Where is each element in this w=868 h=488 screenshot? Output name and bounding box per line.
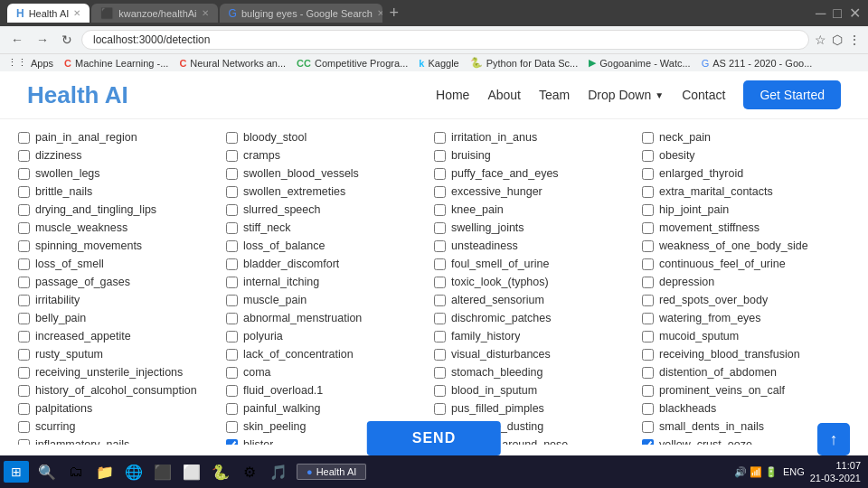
checkbox-altered_sensorium[interactable] (434, 295, 446, 306)
nav-home[interactable]: Home (436, 88, 469, 102)
checkbox-dischromic_patches[interactable] (434, 313, 446, 324)
checkbox-inflammatory_nails[interactable] (18, 439, 30, 446)
checkbox-coma[interactable] (226, 367, 238, 379)
nav-team[interactable]: Team (539, 88, 570, 102)
forward-button[interactable]: → (33, 31, 52, 49)
checkbox-prominent_veins_on_calf[interactable] (642, 385, 654, 397)
checkbox-swollen_extremeties[interactable] (226, 186, 238, 198)
checkbox-loss_of_balance[interactable] (226, 240, 238, 252)
checkbox-fluid_overload1[interactable] (226, 385, 238, 397)
checkbox-blackheads[interactable] (642, 403, 654, 415)
checkbox-increased_appetite[interactable] (18, 331, 30, 343)
tab-close-health-ai[interactable]: ✕ (73, 8, 80, 18)
new-tab-button[interactable]: + (384, 4, 405, 23)
checkbox-stiff_neck[interactable] (226, 222, 238, 234)
checkbox-receiving_unsterile_injections[interactable] (18, 367, 30, 379)
checkbox-movement_stiffness[interactable] (642, 222, 654, 234)
bookmark-as211[interactable]: G AS 211 - 2020 - Goo... (702, 57, 813, 69)
maximize-button[interactable]: □ (833, 5, 842, 22)
checkbox-foul_smell_of_urine[interactable] (434, 258, 446, 270)
checkbox-polyuria[interactable] (226, 331, 238, 343)
nav-dropdown[interactable]: Drop Down ▼ (588, 88, 664, 102)
checkbox-cramps[interactable] (226, 150, 238, 162)
checkbox-brittle_nails[interactable] (18, 186, 30, 198)
checkbox-history_of_alcohol_consumption[interactable] (18, 385, 30, 397)
checkbox-hip_joint_pain[interactable] (642, 204, 654, 216)
back-button[interactable]: ← (7, 31, 27, 49)
checkbox-loss_of_smell[interactable] (18, 258, 30, 270)
close-button[interactable]: ✕ (849, 5, 861, 22)
checkbox-painful_walking[interactable] (226, 403, 238, 415)
checkbox-passage_of_gases[interactable] (18, 277, 30, 288)
checkbox-knee_pain[interactable] (434, 204, 446, 216)
bookmark-ml[interactable]: C Machine Learning -... (64, 57, 168, 69)
checkbox-swollen_blood_vessels[interactable] (226, 168, 238, 180)
checkbox-puffy_face_and_eyes[interactable] (434, 168, 446, 180)
get-started-button[interactable]: Get Started (743, 80, 841, 109)
checkbox-visual_disturbances[interactable] (434, 349, 446, 361)
extensions-icon[interactable]: ⬡ (832, 33, 843, 47)
checkbox-belly_pain[interactable] (18, 313, 30, 324)
checkbox-pus_filled_pimples[interactable] (434, 403, 446, 415)
checkbox-distention_of_abdomen[interactable] (642, 367, 654, 379)
checkbox-pain_in_anal_region[interactable] (18, 132, 30, 144)
menu-icon[interactable]: ⋮ (848, 33, 861, 47)
minimize-button[interactable]: ─ (816, 5, 826, 22)
tab-kwanzoe[interactable]: ⬛ kwanzoe/healthAi ✕ (91, 4, 217, 23)
refresh-button[interactable]: ↻ (58, 31, 76, 49)
url-bar[interactable] (81, 30, 809, 50)
checkbox-depression[interactable] (642, 277, 654, 288)
checkbox-small_dents_in_nails[interactable] (642, 421, 654, 433)
checkbox-blood_in_sputum[interactable] (434, 385, 446, 397)
nav-contact[interactable]: Contact (682, 88, 725, 102)
checkbox-weakness_of_one_body_side[interactable] (642, 240, 654, 252)
checkbox-excessive_hunger[interactable] (434, 186, 446, 198)
tab-close-kwanzoe[interactable]: ✕ (202, 8, 209, 18)
checkbox-red_spots_over_body[interactable] (642, 295, 654, 306)
bookmark-python[interactable]: 🐍 Python for Data Sc... (470, 57, 579, 69)
checkbox-muscle_pain[interactable] (226, 295, 238, 306)
checkbox-swollen_legs[interactable] (18, 168, 30, 180)
bookmark-star-icon[interactable]: ☆ (815, 33, 826, 47)
tab-google[interactable]: G bulging eyes - Google Search ✕ (220, 4, 382, 23)
tab-close-google[interactable]: ✕ (377, 8, 382, 18)
checkbox-mucoid_sputum[interactable] (642, 331, 654, 343)
checkbox-bladder_discomfort[interactable] (226, 258, 238, 270)
tab-health-ai[interactable]: H Health AI ✕ (7, 4, 90, 23)
checkbox-extra_marital_contacts[interactable] (642, 186, 654, 198)
checkbox-irritation_in_anus[interactable] (434, 132, 446, 144)
checkbox-scurring[interactable] (18, 421, 30, 433)
checkbox-bruising[interactable] (434, 150, 446, 162)
checkbox-family_history[interactable] (434, 331, 446, 343)
checkbox-toxic_look_typhos[interactable] (434, 277, 446, 288)
checkbox-abnormal_menstruation[interactable] (226, 313, 238, 324)
checkbox-receiving_blood_transfusion[interactable] (642, 349, 654, 361)
checkbox-obesity[interactable] (642, 150, 654, 162)
checkbox-internal_itching[interactable] (226, 277, 238, 288)
checkbox-yellow_crust_ooze[interactable] (642, 439, 654, 446)
checkbox-lack_of_concentration[interactable] (226, 349, 238, 361)
checkbox-enlarged_thyroid[interactable] (642, 168, 654, 180)
bookmark-kaggle[interactable]: k Kaggle (419, 57, 458, 69)
checkbox-irritability[interactable] (18, 295, 30, 306)
send-button[interactable]: SEND (367, 421, 501, 445)
checkbox-swelling_joints[interactable] (434, 222, 446, 234)
bookmark-gogoanime[interactable]: ▶ Gogoanime - Watc... (589, 57, 690, 69)
checkbox-watering_from_eyes[interactable] (642, 313, 654, 324)
checkbox-spinning_movements[interactable] (18, 240, 30, 252)
scroll-top-button[interactable]: ↑ (817, 423, 850, 445)
checkbox-slurred_speech[interactable] (226, 204, 238, 216)
checkbox-bloody_stool[interactable] (226, 132, 238, 144)
bookmark-nn[interactable]: C Neural Networks an... (179, 57, 286, 69)
bookmark-apps[interactable]: ⋮⋮ Apps (7, 57, 53, 69)
nav-about[interactable]: About (487, 88, 521, 102)
checkbox-neck_pain[interactable] (642, 132, 654, 144)
checkbox-muscle_weakness[interactable] (18, 222, 30, 234)
checkbox-palpitations[interactable] (18, 403, 30, 415)
checkbox-blister[interactable] (226, 439, 238, 446)
checkbox-stomach_bleeding[interactable] (434, 367, 446, 379)
checkbox-rusty_sputum[interactable] (18, 349, 30, 361)
checkbox-dizziness[interactable] (18, 150, 30, 162)
checkbox-continuous_feel_of_urine[interactable] (642, 258, 654, 270)
checkbox-unsteadiness[interactable] (434, 240, 446, 252)
